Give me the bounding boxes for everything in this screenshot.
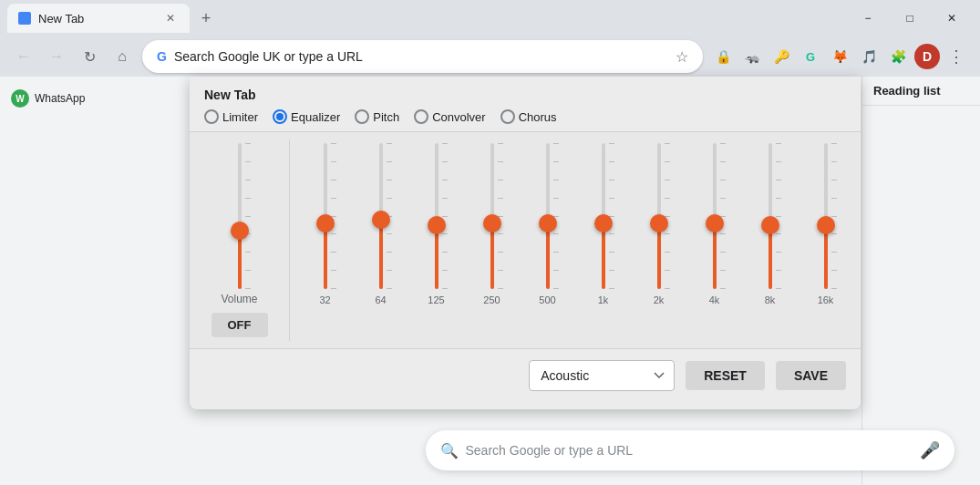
eq-band-label-125: 125 — [428, 294, 444, 305]
equalizer-radio-outer — [273, 109, 287, 124]
eq-popup-title: New Tab — [190, 77, 861, 109]
tab-close-button[interactable]: ✕ — [162, 10, 179, 26]
save-button[interactable]: SAVE — [776, 361, 846, 390]
page-search-text: Search Google or type a URL — [466, 443, 913, 458]
tampermonkey-icon[interactable]: 🦊 — [827, 44, 852, 69]
eq-band-label-64: 64 — [375, 294, 386, 305]
eq-band-250[interactable]: 250 — [481, 143, 503, 337]
eq-band-32[interactable]: 32 — [315, 143, 336, 337]
omnibox[interactable]: G Search Google UK or type a URL ☆ — [142, 40, 703, 73]
bitwarden-icon[interactable]: 🔒 — [710, 44, 736, 69]
reload-button[interactable]: ↻ — [77, 44, 102, 69]
eq-band-sliders: 32 64 125 — [290, 139, 861, 341]
eq-band-125[interactable]: 125 — [426, 143, 448, 337]
eq-slider-track-8k[interactable] — [759, 143, 781, 289]
eq-band-4k[interactable]: 4k — [704, 143, 726, 337]
bookmark-star-icon[interactable]: ☆ — [676, 48, 688, 66]
toolbar-icons: 🔒 🦡 🔑 G 🦊 🎵 🧩 D ⋮ — [710, 44, 969, 69]
eq-slider-track-32[interactable] — [315, 143, 336, 289]
eq-band-label-16k: 16k — [818, 294, 834, 305]
eq-band-label-500: 500 — [539, 294, 555, 305]
maximize-button[interactable]: □ — [889, 4, 931, 33]
chorus-label: Chorus — [519, 110, 557, 124]
reset-button[interactable]: RESET — [686, 361, 765, 390]
volume-section: Volume OFF — [190, 139, 290, 341]
whatsapp-label: WhatsApp — [35, 92, 85, 105]
eq-band-label-32: 32 — [319, 294, 330, 305]
eq-band-label-250: 250 — [483, 294, 500, 305]
eq-slider-track-500[interactable] — [537, 143, 559, 289]
minimize-button[interactable]: − — [847, 4, 889, 33]
forward-button[interactable]: → — [44, 44, 69, 69]
eq-band-16k[interactable]: 16k — [815, 143, 837, 337]
eq-mode-selector: Limiter Equalizer Pitch Convolver — [190, 109, 861, 131]
google-icon: G — [157, 49, 167, 64]
convolver-radio-outer — [414, 109, 428, 124]
convolver-radio[interactable]: Convolver — [414, 109, 486, 124]
limiter-radio[interactable]: Limiter — [204, 109, 258, 124]
pitch-radio-outer — [355, 109, 369, 124]
eq-band-label-8k: 8k — [765, 294, 776, 305]
whatsapp-avatar: W — [11, 89, 29, 108]
mic-icon[interactable]: 🎤 — [920, 440, 940, 460]
home-button[interactable]: ⌂ — [109, 44, 135, 69]
sidebar: W WhatsApp — [0, 77, 95, 485]
eq-slider-track-16k[interactable] — [815, 143, 837, 289]
eq-slider-track-1k[interactable] — [593, 143, 614, 289]
chorus-radio[interactable]: Chorus — [500, 109, 557, 124]
eq-band-8k[interactable]: 8k — [759, 143, 781, 337]
profile-icon[interactable]: D — [914, 44, 940, 69]
close-button[interactable]: ✕ — [931, 4, 973, 33]
convolver-label: Convolver — [432, 110, 486, 124]
equalizer-radio-inner — [276, 113, 284, 120]
address-bar: ← → ↻ ⌂ G Search Google UK or type a URL… — [0, 36, 980, 77]
new-tab-button[interactable]: + — [193, 5, 219, 31]
eq-band-64[interactable]: 64 — [370, 143, 392, 337]
eq-band-label-1k: 1k — [598, 294, 609, 305]
extensions-icon[interactable]: 🧩 — [885, 44, 911, 69]
equalizer-popup: New Tab Limiter Equalizer Pitch — [190, 77, 861, 409]
eq-band-1k[interactable]: 1k — [593, 143, 614, 337]
eq-band-500[interactable]: 500 — [537, 143, 559, 337]
limiter-radio-outer — [204, 109, 219, 124]
pitch-radio[interactable]: Pitch — [355, 109, 399, 124]
chorus-radio-outer — [500, 109, 515, 124]
grammarly-icon[interactable]: G — [798, 44, 823, 69]
eq-slider-track-125[interactable] — [426, 143, 448, 289]
chrome-menu-icon[interactable]: ⋮ — [944, 44, 969, 69]
limiter-label: Limiter — [222, 110, 258, 124]
main-page: New Tab Limiter Equalizer Pitch — [95, 77, 861, 485]
eq-slider-track-2k[interactable] — [648, 143, 670, 289]
reading-list-header: Reading list — [862, 77, 980, 106]
sliders-container: Volume OFF 32 — [190, 131, 861, 349]
eq-band-label-2k: 2k — [654, 294, 665, 305]
tab-favicon — [18, 12, 31, 25]
volume-off-button[interactable]: OFF — [211, 313, 268, 337]
eq-slider-track-250[interactable] — [481, 143, 503, 289]
tab-title: New Tab — [38, 12, 155, 26]
reading-panel: Reading list — [861, 77, 980, 485]
sidebar-item-whatsapp[interactable]: W WhatsApp — [4, 84, 92, 113]
protonpass-icon[interactable]: 🔑 — [769, 44, 794, 69]
page-search-bar[interactable]: 🔍 Search Google or type a URL 🎤 — [426, 430, 954, 470]
equalizer-label: Equalizer — [291, 110, 340, 124]
browser-tab[interactable]: New Tab ✕ — [7, 4, 190, 33]
eq-band-label-4k: 4k — [709, 294, 720, 305]
eq-slider-track-64[interactable] — [370, 143, 392, 289]
volume-slider[interactable] — [229, 143, 251, 289]
omnibox-text: Search Google UK or type a URL — [174, 49, 668, 64]
search-icon: 🔍 — [440, 442, 459, 459]
audio-eq-icon[interactable]: 🎵 — [856, 44, 882, 69]
privacy-badger-icon[interactable]: 🦡 — [739, 44, 765, 69]
back-button[interactable]: ← — [11, 44, 36, 69]
eq-slider-track-4k[interactable] — [704, 143, 726, 289]
eq-band-2k[interactable]: 2k — [648, 143, 670, 337]
equalizer-radio[interactable]: Equalizer — [273, 109, 340, 124]
volume-label: Volume — [221, 293, 257, 305]
eq-bottom-bar: AcousticBass BoosterClassicalDanceDeepEl… — [190, 349, 861, 402]
pitch-label: Pitch — [373, 110, 399, 124]
preset-select[interactable]: AcousticBass BoosterClassicalDanceDeepEl… — [529, 360, 675, 391]
